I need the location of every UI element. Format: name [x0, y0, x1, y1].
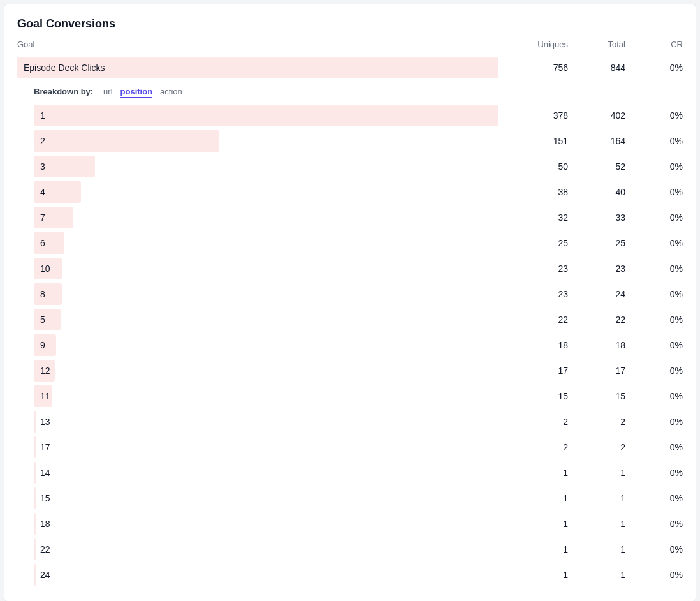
table-row[interactable]: 522220% [17, 309, 683, 330]
bar-wrap: 15 [34, 487, 498, 509]
row-label: 1 [40, 110, 45, 121]
row-cr: 0% [625, 468, 683, 478]
row-uniques: 32 [511, 212, 568, 223]
table-row[interactable]: 13784020% [17, 105, 683, 126]
bar-fill [34, 462, 36, 484]
row-cr: 0% [625, 391, 683, 401]
row-total: 33 [568, 212, 625, 223]
row-uniques: 18 [511, 340, 568, 350]
row-uniques: 1 [511, 493, 568, 503]
bar-wrap: 1 [34, 105, 498, 126]
table-row[interactable]: 1115150% [17, 385, 683, 407]
row-label: 3 [40, 161, 45, 172]
table-row[interactable]: 625250% [17, 232, 683, 254]
goal-total: 844 [568, 63, 625, 73]
row-uniques: 25 [511, 238, 568, 248]
row-cr: 0% [625, 289, 683, 299]
row-cr: 0% [625, 187, 683, 197]
rows-container: 13784020%21511640%350520%438400%732330%6… [17, 105, 683, 586]
row-label: 8 [40, 289, 45, 299]
bar-wrap: 17 [34, 436, 498, 458]
bar-fill [34, 436, 36, 458]
col-header-goal: Goal [17, 40, 511, 49]
row-total: 25 [568, 238, 625, 248]
row-cr: 0% [625, 263, 683, 274]
table-row[interactable]: 732330% [17, 207, 683, 228]
table-row[interactable]: 350520% [17, 156, 683, 177]
breakdown-tab-url[interactable]: url [103, 87, 112, 96]
row-uniques: 22 [511, 315, 568, 325]
table-row[interactable]: 15110% [17, 487, 683, 509]
breakdown-tabs: Breakdown by: urlpositionaction [17, 86, 683, 98]
bar-wrap: 7 [34, 207, 498, 228]
card-title: Goal Conversions [17, 17, 683, 31]
table-row[interactable]: 14110% [17, 462, 683, 484]
row-uniques: 23 [511, 263, 568, 274]
table-row[interactable]: 22110% [17, 538, 683, 560]
row-total: 24 [568, 289, 625, 299]
row-total: 164 [568, 136, 625, 146]
table-row[interactable]: 438400% [17, 181, 683, 203]
row-label: 15 [40, 493, 50, 503]
table-row[interactable]: 823240% [17, 283, 683, 305]
row-total: 402 [568, 110, 625, 121]
row-label: 14 [40, 468, 50, 478]
bar-fill [34, 564, 36, 586]
row-uniques: 1 [511, 468, 568, 478]
bar-wrap: 3 [34, 156, 498, 177]
col-header-uniques: Uniques [511, 40, 568, 49]
row-uniques: 38 [511, 187, 568, 197]
table-row[interactable]: 17220% [17, 436, 683, 458]
table-row[interactable]: 13220% [17, 411, 683, 433]
bar-fill [34, 105, 498, 126]
row-total: 2 [568, 417, 625, 427]
bar-wrap: 5 [34, 309, 498, 330]
bar-wrap: 4 [34, 181, 498, 203]
breakdown-tab-action[interactable]: action [160, 87, 182, 96]
bar-wrap: 24 [34, 564, 498, 586]
row-total: 1 [568, 468, 625, 478]
row-total: 17 [568, 366, 625, 376]
breakdown-tab-position[interactable]: position [120, 87, 153, 98]
row-label: 9 [40, 340, 45, 350]
row-cr: 0% [625, 366, 683, 376]
goal-label: Episode Deck Clicks [24, 63, 105, 73]
row-total: 2 [568, 442, 625, 452]
row-cr: 0% [625, 238, 683, 248]
row-label: 17 [40, 442, 50, 452]
table-row[interactable]: 21511640% [17, 130, 683, 152]
row-cr: 0% [625, 544, 683, 554]
goal-row-top[interactable]: Episode Deck Clicks 756 844 0% [17, 57, 683, 78]
table-header: Goal Uniques Total CR [17, 40, 683, 53]
bar-wrap: 2 [34, 130, 498, 152]
bar-wrap: 12 [34, 360, 498, 382]
row-label: 11 [40, 391, 50, 401]
bar-wrap: 6 [34, 232, 498, 254]
table-row[interactable]: 18110% [17, 513, 683, 535]
row-cr: 0% [625, 442, 683, 452]
row-cr: 0% [625, 493, 683, 503]
bar-wrap: 14 [34, 462, 498, 484]
bar-wrap: 8 [34, 283, 498, 305]
bar-wrap: 9 [34, 334, 498, 356]
row-label: 22 [40, 544, 50, 554]
row-label: 12 [40, 366, 50, 376]
row-label: 24 [40, 570, 50, 580]
table-row[interactable]: 1217170% [17, 360, 683, 382]
bar-fill [34, 538, 36, 560]
bar-fill [34, 411, 36, 433]
row-cr: 0% [625, 136, 683, 146]
row-total: 40 [568, 187, 625, 197]
row-total: 1 [568, 544, 625, 554]
row-label: 4 [40, 187, 45, 197]
row-uniques: 1 [511, 570, 568, 580]
bar-fill [34, 487, 36, 509]
bar-fill [34, 513, 36, 535]
table-row[interactable]: 24110% [17, 564, 683, 586]
row-total: 18 [568, 340, 625, 350]
row-total: 22 [568, 315, 625, 325]
bar-wrap: 13 [34, 411, 498, 433]
row-total: 1 [568, 493, 625, 503]
table-row[interactable]: 1023230% [17, 258, 683, 279]
table-row[interactable]: 918180% [17, 334, 683, 356]
